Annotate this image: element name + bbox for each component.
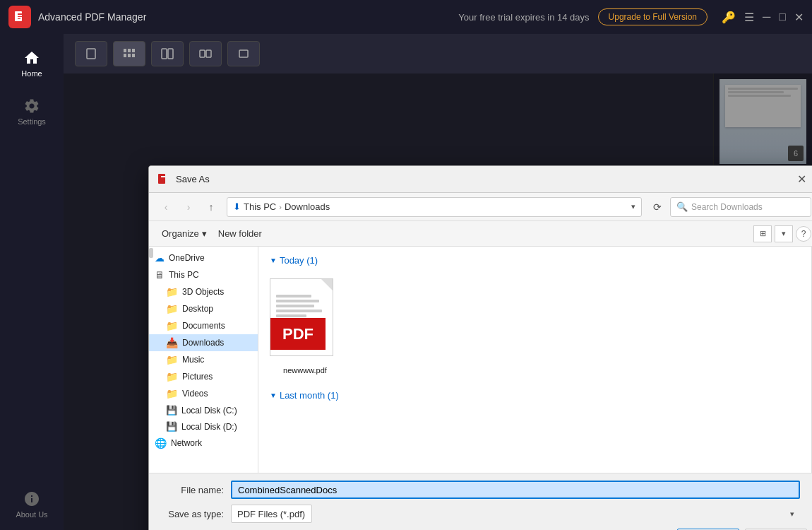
view-opt-dropdown[interactable]: ▾ bbox=[775, 225, 793, 242]
folder-music-icon: 📁 bbox=[166, 354, 178, 365]
svg-rect-1 bbox=[18, 13, 22, 15]
view-opt-button[interactable]: ⊞ bbox=[753, 225, 772, 242]
breadcrumb-bar[interactable]: ⬇ This PC › Downloads ▾ bbox=[227, 197, 642, 217]
svg-rect-3 bbox=[18, 18, 20, 19]
maximize-button[interactable]: □ bbox=[779, 11, 786, 23]
filetype-select[interactable]: PDF Files (*.pdf) bbox=[231, 505, 312, 523]
svg-rect-17 bbox=[161, 176, 165, 177]
view-single-wide[interactable] bbox=[227, 41, 260, 66]
pictures-label: Pictures bbox=[182, 372, 213, 382]
computer-icon: 🖥 bbox=[155, 269, 165, 281]
folder-desktop-icon: 📁 bbox=[166, 303, 178, 314]
view-two-col[interactable] bbox=[151, 41, 184, 66]
folder-3d-icon: 📁 bbox=[166, 286, 178, 298]
filename-input[interactable] bbox=[231, 481, 800, 499]
svg-rect-2 bbox=[18, 16, 22, 17]
dialog-app-icon bbox=[157, 173, 170, 186]
3dobjects-label: 3D Objects bbox=[182, 287, 224, 297]
last-month-header[interactable]: ▼ Last month (1) bbox=[270, 387, 800, 404]
onedrive-label: OneDrive bbox=[169, 253, 205, 263]
svg-rect-12 bbox=[168, 49, 173, 59]
cloud-icon: ☁ bbox=[155, 252, 165, 264]
view-two-wide[interactable] bbox=[189, 41, 222, 66]
filetype-label: Save as type: bbox=[160, 509, 231, 519]
tree-scroll-up[interactable] bbox=[149, 247, 153, 416]
tree-item-3dobjects[interactable]: 📁 3D Objects bbox=[149, 283, 258, 300]
view-grid[interactable] bbox=[113, 41, 145, 66]
last-month-label: Last month (1) bbox=[280, 390, 339, 401]
disk-c-icon: 💾 bbox=[166, 405, 177, 416]
view-single[interactable] bbox=[75, 41, 107, 66]
sidebar-home-label: Home bbox=[21, 69, 42, 78]
svg-rect-10 bbox=[132, 54, 135, 57]
minimize-button[interactable]: ─ bbox=[763, 11, 770, 23]
organize-button[interactable]: Organize ▾ bbox=[156, 227, 213, 240]
today-label: Today (1) bbox=[280, 255, 318, 266]
filetype-select-wrapper: PDF Files (*.pdf) bbox=[231, 505, 800, 523]
tree-item-thispc[interactable]: 🖥 This PC bbox=[149, 266, 258, 283]
svg-rect-9 bbox=[128, 54, 131, 57]
title-bar: Advanced PDF Manager Your free trial exp… bbox=[0, 0, 812, 34]
local-c-label: Local Disk (C:) bbox=[181, 406, 237, 416]
breadcrumb-dropdown-icon[interactable]: ▾ bbox=[631, 202, 635, 211]
sidebar-item-about[interactable]: About Us bbox=[4, 482, 60, 527]
dialog-body: ☁ OneDrive 🖥 This PC 📁 3D Ob bbox=[149, 247, 812, 473]
dialog-nav-toolbar: ‹ › ↑ ⬇ This PC › Downloads ▾ ⟳ 🔍 bbox=[149, 193, 812, 221]
help-button[interactable]: ? bbox=[796, 226, 811, 242]
dialog-close-button[interactable]: ✕ bbox=[793, 171, 810, 188]
documents-label: Documents bbox=[182, 321, 225, 331]
main-toolbar bbox=[64, 34, 812, 73]
tree-item-pictures[interactable]: 📁 Pictures bbox=[149, 368, 258, 385]
file-item-newwww[interactable]: PDF newwww.pdf bbox=[270, 276, 340, 377]
upgrade-button[interactable]: Upgrade to Full Version bbox=[598, 8, 707, 25]
tree-item-downloads[interactable]: 📥 Downloads bbox=[149, 334, 258, 351]
tree-item-music[interactable]: 📁 Music bbox=[149, 351, 258, 368]
svg-rect-6 bbox=[128, 49, 131, 52]
svg-rect-5 bbox=[124, 49, 126, 52]
tree-item-network[interactable]: 🌐 Network bbox=[149, 435, 258, 452]
search-bar[interactable]: 🔍 Search Downloads bbox=[670, 197, 811, 217]
close-button[interactable]: ✕ bbox=[794, 11, 804, 24]
refresh-button[interactable]: ⟳ bbox=[647, 197, 667, 217]
dialog-footer: File name: Save as type: PDF Files (*.pd… bbox=[149, 473, 812, 530]
folder-tree: ☁ OneDrive 🖥 This PC 📁 3D Ob bbox=[149, 247, 258, 473]
svg-rect-15 bbox=[239, 50, 248, 57]
breadcrumb-arrow-icon: ⬇ bbox=[233, 201, 241, 212]
up-button[interactable]: ↑ bbox=[201, 197, 221, 217]
today-section-header[interactable]: ▼ Today (1) bbox=[270, 252, 800, 269]
breadcrumb-this-pc[interactable]: This PC bbox=[244, 201, 276, 212]
search-placeholder: Search Downloads bbox=[691, 202, 763, 212]
folder-docs-icon: 📁 bbox=[166, 320, 178, 331]
videos-label: Videos bbox=[182, 389, 208, 399]
menu-icon[interactable]: ☰ bbox=[744, 11, 754, 24]
tree-item-documents[interactable]: 📁 Documents bbox=[149, 317, 258, 334]
folder-pictures-icon: 📁 bbox=[166, 371, 178, 382]
sidebar-item-settings[interactable]: Settings bbox=[4, 89, 60, 134]
back-button[interactable]: ‹ bbox=[156, 197, 176, 217]
content-area: 6 Save As ✕ bbox=[64, 34, 812, 530]
main-layout: Home Settings About Us bbox=[0, 34, 812, 530]
folder-videos-icon: 📁 bbox=[166, 388, 178, 399]
tree-item-local-d[interactable]: 💾 Local Disk (D:) bbox=[149, 418, 258, 435]
dialog-title: Save As bbox=[176, 174, 793, 184]
tree-item-onedrive[interactable]: ☁ OneDrive bbox=[149, 249, 258, 266]
pdf-badge: PDF bbox=[270, 318, 326, 350]
tree-item-local-c[interactable]: 💾 Local Disk (C:) bbox=[149, 402, 258, 418]
new-folder-button[interactable]: New folder bbox=[213, 227, 268, 240]
downloads-label: Downloads bbox=[182, 338, 224, 348]
tree-item-desktop[interactable]: 📁 Desktop bbox=[149, 300, 258, 317]
save-as-dialog: Save As ✕ ‹ › ↑ ⬇ This PC › Downloads bbox=[148, 165, 812, 530]
app-window: Advanced PDF Manager Your free trial exp… bbox=[0, 0, 812, 530]
pdf-page: PDF bbox=[270, 278, 333, 356]
pdf-badge-text: PDF bbox=[282, 325, 314, 343]
key-icon[interactable]: 🔑 bbox=[722, 11, 736, 24]
forward-button[interactable]: › bbox=[179, 197, 198, 217]
breadcrumb-downloads[interactable]: Downloads bbox=[285, 201, 330, 212]
trial-text: Your free trial expires in 14 days bbox=[458, 12, 589, 23]
sidebar-item-home[interactable]: Home bbox=[4, 41, 60, 86]
svg-rect-7 bbox=[132, 49, 135, 52]
local-d-label: Local Disk (D:) bbox=[181, 422, 237, 432]
today-file-grid: PDF newwww.pdf bbox=[270, 269, 800, 384]
filename-row: File name: bbox=[160, 481, 807, 499]
tree-item-videos[interactable]: 📁 Videos bbox=[149, 385, 258, 402]
